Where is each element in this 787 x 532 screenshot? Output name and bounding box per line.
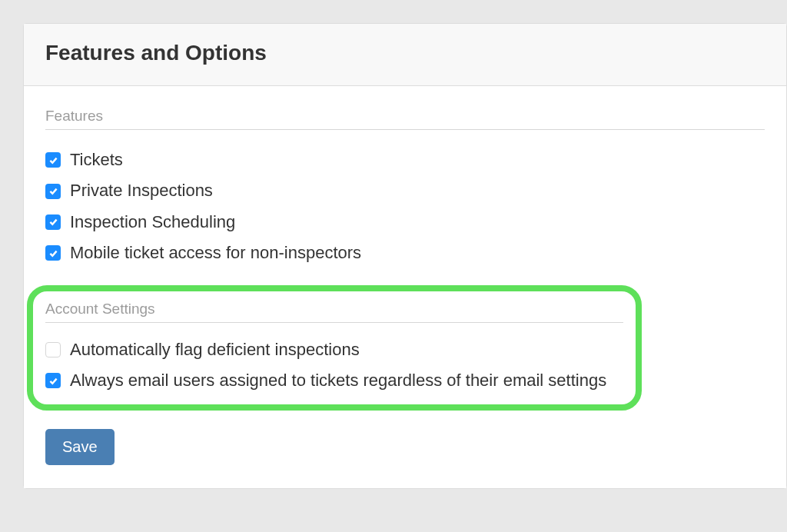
option-inspection-scheduling: Inspection Scheduling: [45, 212, 765, 232]
section-heading-features: Features: [45, 108, 765, 130]
option-label: Automatically flag deficient inspections: [70, 340, 360, 360]
check-icon: [48, 186, 58, 196]
option-label: Mobile ticket access for non-inspectors: [70, 243, 361, 263]
check-icon: [48, 217, 58, 227]
check-icon: [48, 248, 58, 258]
option-private-inspections: Private Inspections: [45, 181, 765, 201]
check-icon: [48, 376, 58, 386]
check-icon: [48, 155, 58, 165]
option-label: Tickets: [70, 150, 123, 170]
features-list: Tickets Private Inspections Inspection S…: [45, 150, 765, 264]
checkbox-auto-flag-deficient[interactable]: [45, 342, 61, 357]
option-always-email-users: Always email users assigned to tickets r…: [45, 371, 623, 391]
panel-title: Features and Options: [45, 41, 765, 65]
section-heading-account: Account Settings: [45, 301, 623, 323]
checkbox-inspection-scheduling[interactable]: [45, 214, 61, 230]
option-label: Always email users assigned to tickets r…: [70, 371, 606, 391]
option-auto-flag-deficient: Automatically flag deficient inspections: [45, 340, 623, 360]
checkbox-tickets[interactable]: [45, 152, 61, 168]
save-button[interactable]: Save: [45, 429, 115, 465]
option-mobile-ticket-access: Mobile ticket access for non-inspectors: [45, 243, 765, 263]
account-settings-highlight: Account Settings Automatically flag defi…: [27, 285, 642, 411]
option-tickets: Tickets: [45, 150, 765, 170]
checkbox-mobile-ticket-access[interactable]: [45, 245, 61, 261]
panel-header: Features and Options: [24, 24, 786, 86]
features-options-panel: Features and Options Features Tickets Pr…: [23, 23, 787, 489]
option-label: Inspection Scheduling: [70, 212, 235, 232]
checkbox-private-inspections[interactable]: [45, 184, 61, 199]
panel-body: Features Tickets Private Inspections: [24, 86, 786, 488]
checkbox-always-email-users[interactable]: [45, 373, 61, 388]
option-label: Private Inspections: [70, 181, 213, 201]
